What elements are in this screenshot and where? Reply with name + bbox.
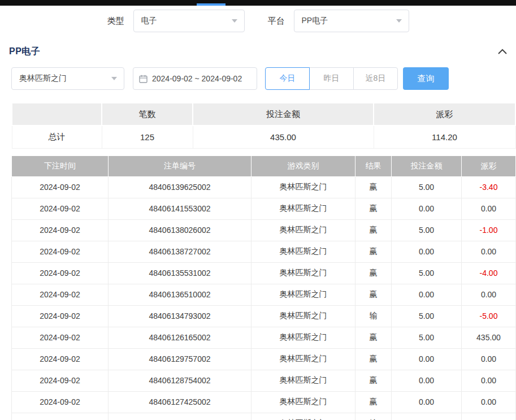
- payout-cell: -5.00: [462, 305, 516, 327]
- bet-time-cell: 2024-09-02: [12, 305, 109, 327]
- order-number-cell: 48406129757002: [109, 348, 252, 370]
- caret-down-icon: [232, 19, 237, 23]
- summary-header-empty: [12, 103, 102, 125]
- payout-cell: 0.00: [462, 198, 516, 219]
- query-button[interactable]: 查询: [403, 67, 449, 90]
- result-cell: 赢: [355, 370, 392, 391]
- result-cell: 赢: [355, 391, 392, 413]
- order-number-cell: 48406138026002: [109, 219, 252, 241]
- table-row: 2024-09-0248406141553002奥林匹斯之门赢0.000.00: [12, 198, 516, 219]
- bet-records-table: 下注时间 注单编号 游戏类别 结果 投注金额 派彩 2024-09-024840…: [11, 155, 516, 420]
- result-cell: 赢: [355, 262, 392, 284]
- header-result: 结果: [355, 155, 392, 176]
- calendar-icon: [139, 75, 148, 83]
- table-row: 2024-09-0248406134793002奥林匹斯之门输5.00-5.00: [12, 305, 516, 327]
- bet-amount-cell: 0.00: [392, 370, 462, 391]
- top-nav-bar: [0, 0, 516, 6]
- date-shortcut-group: 今日 昨日 近8日: [265, 67, 398, 90]
- result-cell: 输: [355, 413, 392, 420]
- summary-total-payout: 114.20: [374, 125, 515, 148]
- header-order-number: 注单编号: [109, 155, 252, 176]
- header-bet-amount: 投注金额: [392, 155, 462, 176]
- bet-time-cell: 2024-09-02: [12, 219, 109, 241]
- game-category-cell: 奥林匹斯之门: [252, 219, 355, 241]
- order-number-cell: 48406135531002: [109, 262, 252, 284]
- order-number-cell: 48406136510002: [109, 284, 252, 305]
- game-category-cell: 奥林匹斯之门: [252, 176, 355, 198]
- header-game-category: 游戏类别: [252, 155, 355, 176]
- game-category-cell: 奥林匹斯之门: [252, 370, 355, 391]
- payout-cell: -3.40: [462, 176, 516, 198]
- game-category-cell: 奥林匹斯之门: [252, 305, 355, 327]
- game-select-value: 奥林匹斯之门: [19, 73, 67, 84]
- chevron-up-icon: [498, 49, 507, 54]
- table-row: 2024-09-0248406139625002奥林匹斯之门赢5.00-3.40: [12, 176, 516, 198]
- bet-amount-cell: 0.00: [392, 198, 462, 219]
- summary-total-bet-amount: 435.00: [193, 125, 374, 148]
- bet-amount-cell: 0.00: [392, 284, 462, 305]
- platform-label: 平台: [268, 16, 285, 27]
- table-row: 2024-09-0248406127425002奥林匹斯之门赢0.000.00: [12, 391, 516, 413]
- game-category-cell: 奥林匹斯之门: [252, 391, 355, 413]
- table-row: 2024-09-0248406135531002奥林匹斯之门赢5.00-4.00: [12, 262, 516, 284]
- table-row: 2024-09-0248406136510002奥林匹斯之门赢0.000.00: [12, 284, 516, 305]
- result-cell: 赢: [355, 198, 392, 219]
- caret-down-icon: [396, 19, 402, 23]
- bet-amount-cell: 5.00: [392, 305, 462, 327]
- platform-select[interactable]: PP电子: [294, 10, 409, 32]
- table-row: 2024-09-0248406138727002奥林匹斯之门赢0.000.00: [12, 241, 516, 262]
- order-number-cell: 48406138727002: [109, 241, 252, 262]
- bet-time-cell: 2024-09-02: [12, 262, 109, 284]
- last-8-days-button[interactable]: 近8日: [353, 67, 398, 90]
- table-row: 2024-09-0248406125316002奥林匹斯之门输5.00-5.00: [12, 413, 516, 420]
- result-cell: 赢: [355, 284, 392, 305]
- summary-table: 笔数 投注金额 派彩 总计 125 435.00 114.20: [11, 102, 516, 149]
- order-number-cell: 48406141553002: [109, 198, 252, 219]
- type-select[interactable]: 电子: [133, 10, 245, 32]
- result-cell: 赢: [355, 219, 392, 241]
- active-tab-indicator: [197, 3, 226, 6]
- date-range-value: 2024-09-02 ~ 2024-09-02: [152, 74, 242, 83]
- game-select[interactable]: 奥林匹斯之门: [11, 67, 124, 90]
- order-number-cell: 48406128754002: [109, 370, 252, 391]
- filter-row: 类型 电子 平台 PP电子: [0, 10, 516, 32]
- order-number-cell: 48406139625002: [109, 176, 252, 198]
- bet-time-cell: 2024-09-02: [12, 413, 109, 420]
- payout-cell: 0.00: [462, 284, 516, 305]
- bet-amount-cell: 5.00: [392, 262, 462, 284]
- bet-time-cell: 2024-09-02: [12, 284, 109, 305]
- payout-cell: 435.00: [462, 327, 516, 348]
- game-category-cell: 奥林匹斯之门: [252, 327, 355, 348]
- result-cell: 赢: [355, 176, 392, 198]
- controls-row: 奥林匹斯之门 2024-09-02 ~ 2024-09-02 今日 昨日 近8日…: [0, 67, 516, 90]
- bet-amount-cell: 0.00: [392, 241, 462, 262]
- result-cell: 赢: [355, 327, 392, 348]
- table-row: 2024-09-0248406138026002奥林匹斯之门赢5.00-1.00: [12, 219, 516, 241]
- game-category-cell: 奥林匹斯之门: [252, 198, 355, 219]
- yesterday-button[interactable]: 昨日: [309, 67, 354, 90]
- bet-time-cell: 2024-09-02: [12, 176, 109, 198]
- payout-cell: 0.00: [462, 391, 516, 413]
- bet-amount-cell: 5.00: [392, 219, 462, 241]
- bet-table-header-row: 下注时间 注单编号 游戏类别 结果 投注金额 派彩: [12, 155, 516, 176]
- result-cell: 输: [355, 305, 392, 327]
- date-range-input[interactable]: 2024-09-02 ~ 2024-09-02: [133, 67, 257, 90]
- game-category-cell: 奥林匹斯之门: [252, 284, 355, 305]
- summary-total-row: 总计 125 435.00 114.20: [12, 125, 515, 148]
- today-button[interactable]: 今日: [265, 67, 310, 90]
- table-row: 2024-09-0248406129757002奥林匹斯之门赢0.000.00: [12, 348, 516, 370]
- type-label: 类型: [107, 16, 124, 27]
- game-category-cell: 奥林匹斯之门: [252, 413, 355, 420]
- payout-cell: -1.00: [462, 219, 516, 241]
- payout-cell: 0.00: [462, 241, 516, 262]
- result-cell: 赢: [355, 241, 392, 262]
- bet-amount-cell: 0.00: [392, 391, 462, 413]
- summary-header-count: 笔数: [102, 103, 193, 125]
- collapse-section-button[interactable]: [496, 45, 509, 58]
- bet-amount-cell: 5.00: [392, 413, 462, 420]
- summary-header-row: 笔数 投注金额 派彩: [12, 103, 515, 125]
- payout-cell: -4.00: [462, 262, 516, 284]
- summary-header-bet-amount: 投注金额: [193, 103, 374, 125]
- bet-time-cell: 2024-09-02: [12, 391, 109, 413]
- summary-header-payout: 派彩: [374, 103, 515, 125]
